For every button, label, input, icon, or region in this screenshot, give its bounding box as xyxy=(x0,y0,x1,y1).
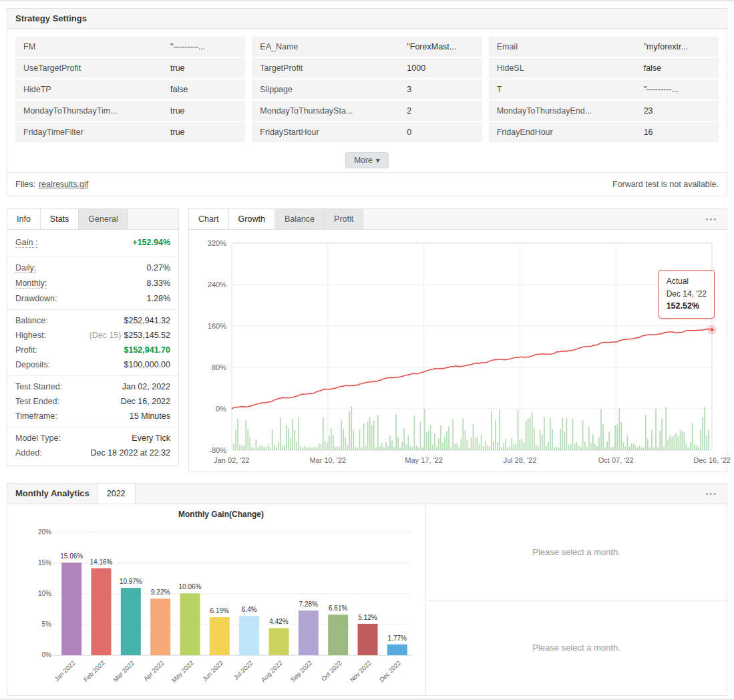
added-label: Added: xyxy=(15,448,42,458)
setting-label: EA_Name xyxy=(260,42,407,51)
setting-label: T xyxy=(497,85,644,94)
setting-label: Email xyxy=(497,42,644,51)
svg-text:10.97%: 10.97% xyxy=(120,578,142,585)
test-started-label: Test Started: xyxy=(15,382,62,391)
highest-value: (Dec 15)$253,145.52 xyxy=(89,331,170,340)
monthly-analytics-title: Monthly Analytics xyxy=(7,484,98,504)
growth-chart-svg[interactable]: -80%0%80%160%240%320%Jan 02, '22Mar 10, … xyxy=(194,234,721,469)
svg-text:Dec 16, '22: Dec 16, '22 xyxy=(693,456,730,464)
setting-label: FridayStartHour xyxy=(260,128,407,137)
setting-cell: MondayToThursdaySta...2 xyxy=(252,101,482,121)
stat-row-highest: Highest: (Dec 15)$253,145.52 xyxy=(7,328,178,343)
svg-text:80%: 80% xyxy=(212,363,226,371)
svg-text:Apr 2022: Apr 2022 xyxy=(142,659,166,683)
setting-cell: FridayTimeFiltertrue xyxy=(15,122,245,142)
more-button-label: More xyxy=(354,156,372,165)
stat-row-monthly: Monthly: 8.33% xyxy=(7,276,178,291)
svg-text:Oct 2022: Oct 2022 xyxy=(320,659,343,683)
highest-date: (Dec 15) xyxy=(89,331,122,340)
gain-label[interactable]: Gain : xyxy=(15,238,37,248)
setting-label: HideSL xyxy=(497,63,644,73)
month-detail-bottom: Please select a month. xyxy=(426,600,727,696)
strategy-settings-title: Strategy Settings xyxy=(15,13,87,23)
setting-value: 16 xyxy=(644,128,653,137)
svg-text:Jan 02, '22: Jan 02, '22 xyxy=(214,456,249,464)
svg-text:0%: 0% xyxy=(42,651,52,659)
more-button[interactable]: More ▾ xyxy=(345,152,388,168)
files-link[interactable]: realresults.gif xyxy=(39,180,88,189)
strategy-settings-panel: Strategy Settings FM"---------... EA_Nam… xyxy=(7,8,727,196)
svg-text:4.42%: 4.42% xyxy=(269,618,288,625)
svg-text:6.61%: 6.61% xyxy=(329,604,347,612)
svg-text:6.4%: 6.4% xyxy=(242,606,257,613)
tab-profit[interactable]: Profit xyxy=(325,209,363,229)
svg-text:May 17, '22: May 17, '22 xyxy=(405,456,443,464)
monthly-value: 8.33% xyxy=(147,279,170,288)
setting-value: 1000 xyxy=(407,63,425,73)
balance-label: Balance: xyxy=(15,316,48,325)
tooltip-value: 152.52% xyxy=(667,300,707,313)
setting-cell: EA_Name"ForexMast... xyxy=(252,37,482,57)
setting-value: true xyxy=(170,63,185,73)
chart-panel: Chart Growth Balance Profit ••• -80%0%80… xyxy=(188,208,727,472)
svg-text:10%: 10% xyxy=(38,590,51,597)
setting-label: TargetProfit xyxy=(260,63,407,73)
drawdown-value: 1.28% xyxy=(147,294,170,303)
stats-tabbar: Info Stats General xyxy=(7,209,178,230)
chart-tabbar: Chart Growth Balance Profit ••• xyxy=(189,209,727,230)
setting-value: 23 xyxy=(644,106,653,116)
bar-chart-title: Monthly Gain(Change) xyxy=(17,510,425,522)
setting-value: 2 xyxy=(407,106,411,116)
setting-cell: FM"---------... xyxy=(15,37,245,57)
chart-menu-icon[interactable]: ••• xyxy=(696,209,727,229)
svg-text:Aug 2022: Aug 2022 xyxy=(259,659,284,684)
svg-text:14.16%: 14.16% xyxy=(90,558,113,566)
profit-value: $152,941.70 xyxy=(124,345,170,355)
setting-label: FridayEndHour xyxy=(497,128,644,137)
settings-grid: FM"---------... EA_Name"ForexMast... Ema… xyxy=(7,29,727,148)
stat-row-daily: Daily: 0.27% xyxy=(7,260,178,276)
stats-panel: Info Stats General Gain : +152.94% Daily… xyxy=(7,208,179,466)
svg-text:Mar 2022: Mar 2022 xyxy=(112,659,136,683)
setting-cell: T"---------... xyxy=(489,79,719,100)
model-type-label: Model Type: xyxy=(15,433,61,443)
svg-text:6.19%: 6.19% xyxy=(210,607,229,615)
svg-text:Jan 2022: Jan 2022 xyxy=(53,659,76,683)
strategy-settings-footer: Files:realresults.gif Forward test is no… xyxy=(7,172,727,196)
svg-text:1.77%: 1.77% xyxy=(388,635,407,642)
svg-text:15.06%: 15.06% xyxy=(60,552,83,560)
svg-text:15%: 15% xyxy=(38,559,51,566)
svg-text:20%: 20% xyxy=(38,528,51,536)
daily-label[interactable]: Daily: xyxy=(15,263,36,273)
setting-value: false xyxy=(644,63,661,73)
test-started-value: Jan 02, 2022 xyxy=(122,382,170,391)
stat-row-deposits: Deposits: $100,000.00 xyxy=(7,357,178,372)
setting-cell: MondayToThursdayEnd...23 xyxy=(489,101,719,121)
svg-text:0%: 0% xyxy=(216,405,226,413)
tab-2022[interactable]: 2022 xyxy=(97,484,136,504)
stat-row-gain: Gain : +152.94% xyxy=(7,231,178,253)
tab-stats[interactable]: Stats xyxy=(40,209,79,229)
setting-label: FM xyxy=(23,42,170,51)
stat-row-added: Added: Dec 18 2022 at 22:32 xyxy=(7,446,178,460)
setting-value: "---------... xyxy=(170,42,205,51)
growth-chart-area: -80%0%80%160%240%320%Jan 02, '22Mar 10, … xyxy=(189,230,727,472)
setting-cell: MondayToThursdayTim...true xyxy=(15,101,245,121)
tab-general[interactable]: General xyxy=(79,209,128,229)
balance-value: $252,941.32 xyxy=(124,316,170,325)
tab-growth[interactable]: Growth xyxy=(228,209,275,229)
svg-text:May 2022: May 2022 xyxy=(170,659,195,684)
setting-cell: FridayEndHour16 xyxy=(489,122,719,142)
svg-text:5.12%: 5.12% xyxy=(358,614,377,621)
tab-balance[interactable]: Balance xyxy=(275,209,325,229)
divider xyxy=(7,427,178,427)
monthly-label[interactable]: Monthly: xyxy=(15,279,47,289)
tab-info[interactable]: Info xyxy=(7,209,41,229)
monthly-bar-chart-svg[interactable]: 0%5%10%15%20%15.06%Jan 202214.16%Feb 202… xyxy=(17,522,417,693)
svg-text:Mar 10, '22: Mar 10, '22 xyxy=(309,456,346,464)
monthly-menu-icon[interactable]: ••• xyxy=(696,484,727,504)
setting-cell: TargetProfit1000 xyxy=(252,58,482,78)
setting-label: Slippage xyxy=(260,85,407,94)
tab-chart[interactable]: Chart xyxy=(189,209,229,229)
deposits-label: Deposits: xyxy=(15,360,50,369)
